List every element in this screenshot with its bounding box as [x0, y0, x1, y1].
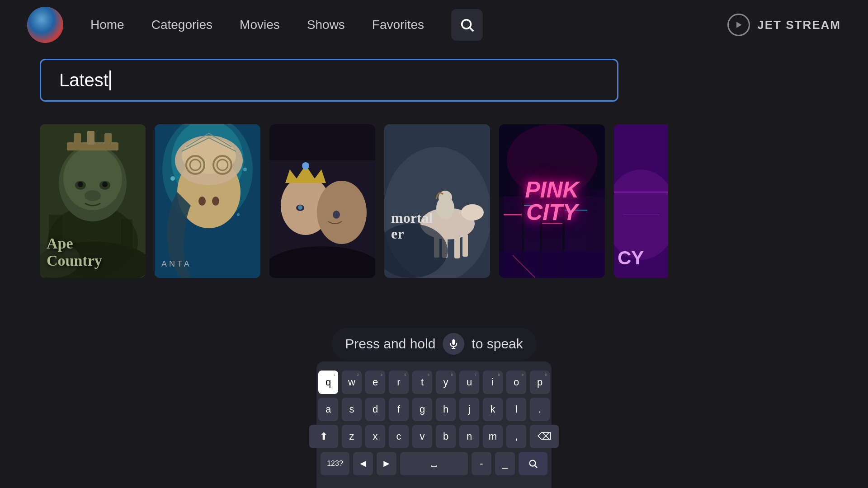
card-anta-subtitle: ANTA: [161, 259, 192, 269]
key-t[interactable]: 5t: [412, 371, 432, 394]
card-cyber-text: CY: [618, 247, 644, 269]
key-g[interactable]: g: [412, 398, 432, 421]
key-i[interactable]: 8i: [483, 371, 503, 394]
svg-point-30: [198, 197, 206, 206]
key-z[interactable]: z: [342, 425, 362, 448]
svg-rect-50: [454, 235, 460, 258]
key-underscore[interactable]: _: [495, 452, 515, 475]
nav-movies[interactable]: Movies: [240, 18, 280, 32]
key-v[interactable]: v: [412, 425, 432, 448]
key-a[interactable]: a: [318, 398, 338, 421]
svg-point-0: [462, 20, 471, 29]
svg-rect-10: [104, 133, 112, 145]
svg-point-40: [317, 181, 367, 244]
cards-row: ApeCountry: [0, 111, 868, 278]
card-immortal-title: mortaler: [391, 210, 433, 242]
key-n[interactable]: n: [459, 425, 479, 448]
card-immortal[interactable]: mortaler: [384, 124, 490, 278]
brand-play-icon: [727, 14, 750, 36]
search-input-box[interactable]: Latest: [40, 59, 618, 102]
key-w[interactable]: 2w: [342, 371, 362, 394]
card-cyber-partial[interactable]: CY: [614, 124, 668, 278]
key-j[interactable]: j: [459, 398, 479, 421]
key-s[interactable]: s: [342, 398, 362, 421]
key-x[interactable]: x: [365, 425, 385, 448]
svg-point-34: [237, 213, 240, 216]
key-search[interactable]: [519, 452, 547, 475]
card-pink-city-title: PINKCITY: [525, 178, 579, 224]
svg-point-33: [243, 168, 247, 171]
keyboard-row-3: ⬆ z x c v b n m , ⌫: [324, 425, 544, 448]
key-dash[interactable]: -: [472, 452, 491, 475]
voice-hint: Press and hold to speak: [331, 328, 537, 360]
search-button[interactable]: [451, 9, 483, 41]
svg-point-37: [302, 162, 309, 169]
svg-rect-42: [269, 124, 375, 160]
card-pink-city[interactable]: PINKCITY: [499, 124, 605, 278]
svg-rect-8: [74, 133, 81, 145]
key-k[interactable]: k: [483, 398, 503, 421]
keyboard-row-2: a s d f g h j k l .: [324, 398, 544, 421]
svg-point-31: [212, 197, 219, 206]
keyboard-row-4: 123? ◄ ► ⎵ - _: [324, 452, 544, 475]
key-delete[interactable]: ⌫: [530, 425, 559, 448]
key-y[interactable]: 6y: [436, 371, 456, 394]
search-section: Latest: [0, 50, 868, 111]
card-anta[interactable]: ANTA: [155, 124, 260, 278]
card-ape-title: ApeCountry: [47, 235, 139, 269]
card-drama[interactable]: [269, 124, 375, 278]
key-space[interactable]: ⎵: [400, 452, 468, 475]
svg-point-41: [333, 211, 340, 219]
svg-point-13: [78, 182, 83, 187]
key-r[interactable]: 4r: [389, 371, 409, 394]
voice-hint-prefix: Press and hold: [345, 336, 435, 352]
key-c[interactable]: c: [389, 425, 409, 448]
key-left-arrow[interactable]: ◄: [353, 452, 373, 475]
nav-favorites[interactable]: Favorites: [372, 18, 424, 32]
svg-rect-51: [462, 234, 468, 257]
svg-line-77: [535, 465, 537, 468]
key-123[interactable]: 123?: [321, 452, 349, 475]
key-b[interactable]: b: [436, 425, 456, 448]
key-f[interactable]: f: [389, 398, 409, 421]
key-e[interactable]: 3e: [365, 371, 385, 394]
keyboard-overlay: Press and hold to speak 1q 2w 3e 4r 5t 6…: [316, 361, 552, 488]
card-ape-country[interactable]: ApeCountry: [40, 124, 146, 278]
key-p[interactable]: 0p: [530, 371, 550, 394]
search-input-value: Latest: [59, 70, 108, 90]
nav-shows[interactable]: Shows: [307, 18, 345, 32]
mic-button[interactable]: [443, 333, 464, 355]
key-u[interactable]: 7u: [459, 371, 479, 394]
key-right-arrow[interactable]: ►: [377, 452, 396, 475]
key-o[interactable]: 9o: [506, 371, 526, 394]
key-period[interactable]: .: [530, 398, 550, 421]
svg-point-14: [102, 182, 108, 187]
svg-point-76: [530, 460, 536, 466]
text-cursor: [109, 70, 111, 90]
svg-point-25: [182, 138, 236, 174]
svg-rect-9: [87, 131, 94, 145]
svg-marker-2: [736, 22, 742, 28]
nav: Home Categories Movies Shows Favorites: [90, 9, 727, 41]
brand-name: JET STREAM: [757, 18, 841, 32]
key-l[interactable]: l: [506, 398, 526, 421]
key-shift[interactable]: ⬆: [309, 425, 338, 448]
svg-rect-73: [452, 339, 455, 345]
key-d[interactable]: d: [365, 398, 385, 421]
nav-categories[interactable]: Categories: [151, 18, 212, 32]
svg-point-47: [461, 204, 484, 221]
key-comma[interactable]: ,: [506, 425, 526, 448]
brand: JET STREAM: [727, 14, 841, 36]
header: Home Categories Movies Shows Favorites J…: [0, 0, 868, 50]
svg-line-1: [470, 28, 473, 31]
keyboard-row-1: 1q 2w 3e 4r 5t 6y 7u 8i 9o 0p: [324, 371, 544, 394]
key-m[interactable]: m: [483, 425, 503, 448]
svg-point-39: [298, 205, 302, 210]
logo: [27, 7, 63, 43]
key-q[interactable]: 1q: [318, 371, 338, 394]
svg-point-32: [170, 176, 175, 181]
nav-home[interactable]: Home: [90, 18, 124, 32]
key-h[interactable]: h: [436, 398, 456, 421]
svg-point-15: [85, 190, 101, 201]
svg-rect-67: [499, 251, 605, 278]
